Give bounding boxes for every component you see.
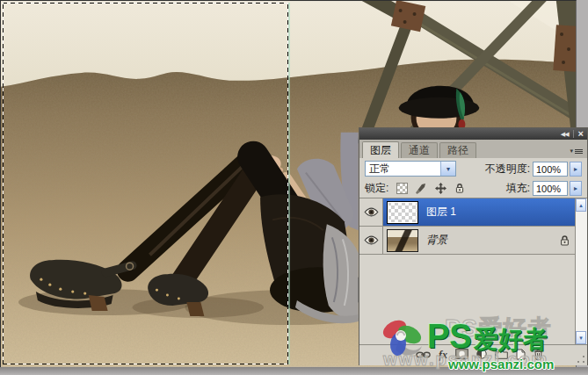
opacity-label: 不透明度:: [485, 162, 530, 177]
blend-opacity-row: 正常 ▾ 不透明度: 100% ▸: [359, 158, 587, 178]
fill-slider-icon[interactable]: ▸: [570, 181, 582, 196]
opacity-input[interactable]: 100%: [533, 162, 568, 177]
visibility-toggle[interactable]: [359, 227, 383, 254]
titlebar-divider: [573, 130, 574, 138]
panel-tabbar: 图层 通道 路径 ▾: [359, 140, 587, 158]
lock-label: 锁定:: [365, 181, 388, 196]
background-locked-icon: [560, 234, 570, 247]
eye-icon: [364, 207, 379, 217]
link-layers-icon[interactable]: [416, 350, 431, 362]
visibility-toggle[interactable]: [359, 198, 383, 226]
fill-group: 填充: 100% ▸: [506, 181, 582, 196]
lock-transparency-icon[interactable]: [395, 182, 409, 195]
delete-layer-icon[interactable]: [534, 349, 543, 363]
panel-menu-triangle: ▾: [570, 148, 573, 155]
photoshop-workspace: ◀◀ × 图层 通道 路径 ▾ 正常 ▾ 不透明度: 100% ▸: [0, 0, 588, 375]
tab-paths[interactable]: 路径: [439, 142, 476, 158]
opacity-slider-icon[interactable]: ▸: [570, 162, 582, 177]
new-layer-icon[interactable]: [516, 349, 526, 363]
layer-row-background[interactable]: 背景: [359, 227, 576, 255]
layers-panel: ◀◀ × 图层 通道 路径 ▾ 正常 ▾ 不透明度: 100% ▸: [359, 127, 588, 365]
adjustment-layer-icon[interactable]: [476, 349, 487, 362]
background-thumbnail[interactable]: [387, 229, 418, 252]
lock-pixels-icon[interactable]: [414, 182, 428, 195]
lock-all-icon[interactable]: [453, 182, 467, 195]
scroll-down-icon[interactable]: ▾: [576, 331, 586, 344]
lock-fill-row: 锁定: 填充: 100% ▸: [359, 178, 587, 198]
pasteboard: [0, 367, 588, 375]
tab-channels[interactable]: 通道: [401, 142, 438, 158]
layer-row-layer1[interactable]: 图层 1: [359, 198, 576, 227]
tab-layers[interactable]: 图层: [362, 141, 399, 158]
layer-list: 图层 1 背景 ▴ ▾: [359, 198, 587, 345]
lock-position-icon[interactable]: [433, 182, 447, 195]
layer1-thumbnail[interactable]: [387, 201, 418, 224]
blend-mode-value: 正常: [366, 162, 440, 177]
layers-bottom-toolbar: fx: [359, 345, 587, 365]
fill-label: 填充:: [506, 181, 530, 196]
fill-input[interactable]: 100%: [533, 181, 568, 196]
panel-menu-lines: [575, 149, 583, 150]
lock-buttons: [395, 182, 467, 195]
collapse-panel-icon[interactable]: ◀◀: [561, 131, 569, 138]
opacity-group: 不透明度: 100% ▸: [485, 162, 582, 177]
layer-list-scrollbar[interactable]: ▴ ▾: [575, 198, 587, 344]
panel-resize-grip[interactable]: [576, 354, 586, 364]
group-layers-icon[interactable]: [495, 350, 508, 362]
scroll-up-icon[interactable]: ▴: [576, 198, 586, 212]
panel-menu-icon[interactable]: ▾: [570, 148, 583, 158]
background-name[interactable]: 背景: [426, 233, 447, 248]
blend-mode-select[interactable]: 正常 ▾: [365, 161, 456, 177]
eye-icon: [364, 235, 379, 245]
close-panel-icon[interactable]: ×: [578, 130, 584, 138]
layer-style-icon[interactable]: fx: [439, 349, 447, 362]
chevron-down-icon[interactable]: ▾: [440, 162, 455, 176]
add-mask-icon[interactable]: [455, 349, 468, 362]
panel-titlebar: ◀◀ ×: [359, 128, 587, 140]
layer1-name[interactable]: 图层 1: [426, 205, 456, 220]
